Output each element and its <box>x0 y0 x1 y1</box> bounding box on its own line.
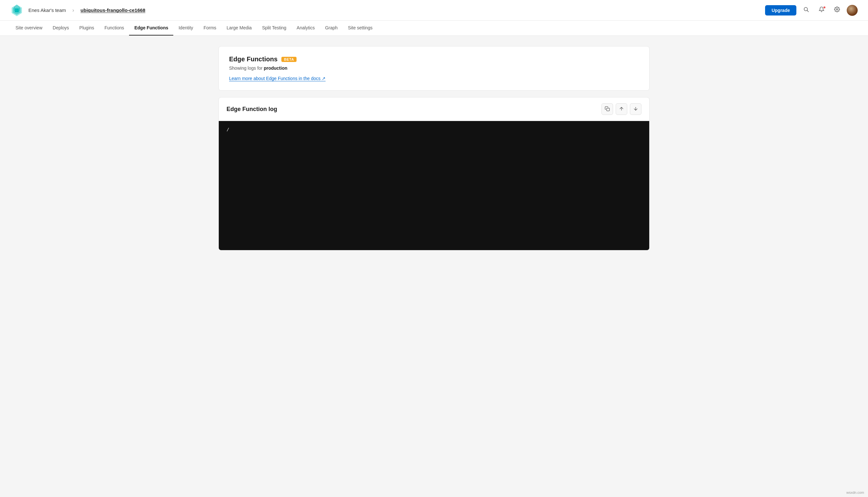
svg-point-6 <box>836 9 838 10</box>
info-card: Edge Functions Beta Showing logs for pro… <box>218 46 650 91</box>
scroll-up-button[interactable] <box>616 103 627 115</box>
notification-dot <box>823 6 826 9</box>
nav-analytics[interactable]: Analytics <box>291 21 320 36</box>
scroll-down-button[interactable] <box>630 103 641 115</box>
description-highlight: production <box>264 66 287 71</box>
description-prefix: Showing logs for <box>229 66 264 71</box>
nav-forms[interactable]: Forms <box>199 21 222 36</box>
copy-log-button[interactable] <box>602 103 613 115</box>
search-button[interactable] <box>800 4 812 16</box>
arrow-up-icon <box>619 106 624 112</box>
arrow-down-icon <box>633 106 638 112</box>
header-actions: Upgrade <box>765 4 858 16</box>
search-icon <box>803 6 809 14</box>
netlify-logo[interactable] <box>10 4 23 17</box>
settings-button[interactable] <box>831 4 843 16</box>
nav-site-settings[interactable]: Site settings <box>343 21 377 36</box>
main-content: Edge Functions Beta Showing logs for pro… <box>208 36 660 261</box>
log-actions <box>602 103 641 115</box>
beta-badge: Beta <box>281 57 296 62</box>
breadcrumb-separator: › <box>72 8 74 13</box>
log-title: Edge Function log <box>227 106 277 113</box>
info-card-title-row: Edge Functions Beta <box>229 56 639 63</box>
log-header: Edge Function log <box>219 98 649 121</box>
nav-graph[interactable]: Graph <box>320 21 343 36</box>
log-terminal: / <box>219 121 649 250</box>
site-header: Enes Akar's team › ubiquitous-frangollo-… <box>0 0 868 21</box>
log-content: / <box>227 127 229 133</box>
main-nav: Site overview Deploys Plugins Functions … <box>0 21 868 36</box>
avatar-image <box>847 5 858 16</box>
docs-link-text: Learn more about Edge Functions in the d… <box>229 76 320 81</box>
svg-rect-7 <box>607 108 609 111</box>
nav-split-testing[interactable]: Split Testing <box>257 21 291 36</box>
external-link-icon: ↗ <box>322 76 326 81</box>
upgrade-button[interactable]: Upgrade <box>765 5 796 15</box>
nav-edge-functions[interactable]: Edge Functions <box>129 21 173 36</box>
page-title: Edge Functions <box>229 56 277 63</box>
nav-plugins[interactable]: Plugins <box>74 21 99 36</box>
docs-link[interactable]: Learn more about Edge Functions in the d… <box>229 76 326 81</box>
info-card-description: Showing logs for production <box>229 66 639 71</box>
copy-icon <box>605 106 610 112</box>
nav-large-media[interactable]: Large Media <box>221 21 257 36</box>
nav-deploys[interactable]: Deploys <box>47 21 74 36</box>
team-name[interactable]: Enes Akar's team <box>28 8 66 13</box>
gear-icon <box>834 6 840 14</box>
log-section: Edge Function log <box>218 97 650 251</box>
avatar[interactable] <box>847 5 858 16</box>
notifications-button[interactable] <box>816 4 827 16</box>
svg-marker-2 <box>15 9 19 12</box>
nav-functions[interactable]: Functions <box>99 21 129 36</box>
site-name[interactable]: ubiquitous-frangollo-ce1668 <box>81 8 146 13</box>
nav-identity[interactable]: Identity <box>173 21 198 36</box>
nav-site-overview[interactable]: Site overview <box>10 21 47 36</box>
svg-line-5 <box>807 10 808 12</box>
